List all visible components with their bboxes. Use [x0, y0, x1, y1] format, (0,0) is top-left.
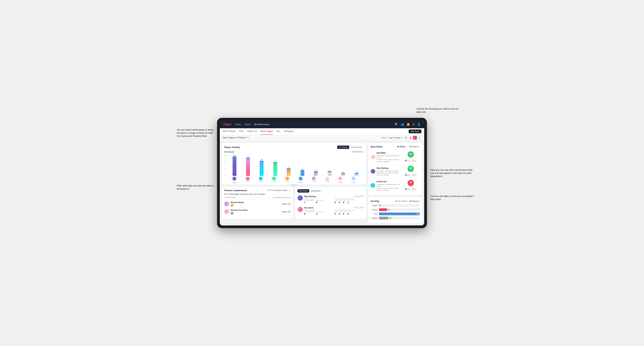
x-player-3: D. Ford — [255, 177, 267, 183]
scoring-filters: Par 3, 4 & 5s All Players — [395, 200, 420, 202]
on-course-toggle[interactable]: On Course — [337, 146, 349, 149]
total-rounds-dropdown[interactable]: Total Rounds — [352, 151, 364, 153]
tablet-frame: clippd Home Teams My Performance 🔍 👥 🔔 ⊕… — [217, 118, 427, 228]
lb-drill-dropdown[interactable]: PUTT Must Make Putting ... — [268, 189, 290, 191]
all-shots-tab[interactable]: All Shots — [397, 146, 405, 148]
lb-avatar-2 — [224, 209, 229, 214]
y-axis: 15 10 5 0 — [224, 154, 228, 176]
most-active-tab[interactable]: Most Active — [298, 189, 309, 192]
practice-drills-toggle[interactable]: Practice Drills — [349, 146, 364, 149]
shot-chevron-1[interactable]: › — [419, 156, 420, 158]
score-bar-pars: Pars 499 — [371, 212, 420, 215]
show-dropdown[interactable]: Last 3 months — [388, 137, 402, 139]
x-player-5: E. Ebert — [281, 177, 294, 183]
bars-container: 13 12 10 — [228, 154, 364, 176]
edit-icon[interactable]: ✏️ — [247, 137, 249, 139]
user-icon[interactable]: 👤 — [417, 123, 421, 126]
tab-tour[interactable]: Tour — [276, 128, 280, 135]
scoring-title: Scoring — [371, 200, 379, 202]
bell-icon[interactable]: 🔔 — [406, 123, 410, 126]
shot-avatar-3 — [371, 183, 375, 188]
annotation-left-bottom: Filter what data you wish the table to b… — [177, 184, 215, 190]
shot-row-3[interactable]: David Ford 24 Aug 2023 · Royal North Dev… — [371, 178, 420, 193]
chart-subheader: On Course Total Rounds — [224, 151, 364, 153]
x-player-1: B. McHarg — [228, 177, 240, 183]
grid-alt-view-icon[interactable]: ▦ — [408, 136, 412, 140]
players-shots-dropdown[interactable]: All Players — [409, 146, 420, 148]
add-team-button[interactable]: Add Team — [408, 130, 422, 133]
lb-row-2: Edward Crossman 2 18/20 107 — [224, 208, 290, 216]
bar-d-ford: 10 — [255, 159, 268, 176]
bottom-row: Practice Leaderboards PUTT Must Make Put… — [222, 187, 366, 219]
scoring-card: Scoring Par 3, 4 & 5s All Players Eagles — [368, 197, 422, 223]
scoring-header: Scoring Par 3, 4 & 5s All Players — [371, 200, 420, 202]
annotation-right-mid: Here you can see who's hit the best shot… — [430, 169, 476, 178]
active-player-2: Rees Britt 02 Sep 2023 Total Rounds — [298, 205, 364, 217]
list-view-icon[interactable]: ≡ — [418, 136, 422, 140]
search-icon[interactable]: 🔍 — [394, 123, 398, 126]
nav-logo: clippd — [223, 123, 231, 126]
score-bar-eagles: Eagles 3 — [371, 204, 420, 207]
shots-filter: All Shots ▾ All Players — [397, 146, 420, 148]
tab-all-players[interactable]: All Players — [284, 128, 294, 135]
lb-badge-1: 1 — [231, 204, 234, 207]
player-activity-header: Player Activity On Course Practice Drill… — [224, 145, 364, 149]
shot-badge-2: 200 SG — [408, 166, 414, 172]
page-wrapper: Choose the timescale you wish to see the… — [217, 118, 427, 228]
chart-section-title: On Course — [224, 151, 234, 153]
people-icon[interactable]: 👥 — [400, 123, 404, 126]
shot-avatar-2 — [371, 169, 375, 173]
x-player-7: R. Butler — [308, 177, 320, 183]
tab-pgat-players[interactable]: PGAT Players — [222, 128, 236, 135]
sub-nav-tabs: PGAT Players PGA Hcaps 1-5 Team Clippd T… — [222, 128, 294, 135]
least-active-tab[interactable]: Least Active — [310, 189, 322, 192]
shot-avatar-1 — [371, 155, 375, 159]
bar-g-billingham: 4 — [296, 168, 309, 176]
score-bars: Eagles 3 Birdies — [371, 204, 420, 219]
plus-circle-icon[interactable]: ⊕ — [412, 123, 415, 126]
score-bar-bogeys: Bogeys 111 — [371, 217, 420, 219]
left-panel: Player Activity On Course Practice Drill… — [220, 141, 368, 226]
most-active-header: Most Active Least Active — [298, 189, 364, 192]
bar-chart: 15 10 5 0 13 — [224, 154, 364, 182]
nav-icons: 🔍 👥 🔔 ⊕ 👤 — [394, 123, 421, 126]
practice-leaderboards-card: Practice Leaderboards PUTT Must Make Put… — [222, 187, 293, 219]
scoring-players-dropdown[interactable]: All Players — [409, 200, 420, 202]
nav-teams[interactable]: Teams — [244, 123, 250, 126]
lb-badge-2: 2 — [231, 212, 234, 215]
bar-e-ebert: 5 — [282, 166, 295, 176]
shot-row-2[interactable]: Blair McHarg 23 Jul 2023 · Aldridge GC, … — [371, 164, 420, 178]
leaderboard-header: Practice Leaderboards PUTT Must Make Put… — [224, 189, 290, 192]
x-player-2: R. Britt — [242, 177, 254, 183]
tab-team-clippd[interactable]: Team Clippd — [260, 128, 273, 135]
activity-toggle-group: On Course Practice Drills — [337, 145, 364, 149]
best-shots-title: Best Shots — [371, 145, 382, 148]
heart-view-icon[interactable]: ♥ — [413, 136, 417, 140]
x-player-8: M. Miller — [321, 177, 334, 183]
team-header: Team Clippd | 14 Players ✏️ Show: Last 3… — [220, 135, 424, 141]
nav-home[interactable]: Home — [235, 123, 241, 126]
active-player-1: Blair McHarg 26 Aug 2023 Total Rounds — [298, 194, 364, 205]
show-label: Show: — [381, 137, 387, 139]
x-player-9: E. Crossman — [334, 177, 346, 183]
nav-links: Home Teams My Performance — [235, 123, 390, 126]
sub-nav: PGAT Players PGA Hcaps 1-5 Team Clippd T… — [220, 128, 424, 135]
tab-hcaps[interactable]: Hcaps 1-5 — [247, 128, 257, 135]
grid-view-icon[interactable]: ⊞ — [404, 136, 408, 140]
x-player-10: L. Robertson — [348, 177, 360, 183]
shot-row-1[interactable]: Matt Miller 09 Jun 2023 · Royal North De… — [371, 150, 420, 164]
player-activity-title: Player Activity — [224, 146, 240, 149]
shot-chevron-3[interactable]: › — [419, 184, 420, 187]
player-activity-card: Player Activity On Course Practice Drill… — [222, 143, 366, 185]
bar-r-britt: 12 — [242, 156, 254, 176]
lb-title: Practice Leaderboards — [224, 189, 247, 192]
annotation-left-top: You can select which player is doing the… — [177, 128, 215, 138]
shot-badge-1: 200 SG — [408, 151, 414, 158]
main-content: Player Activity On Course Practice Drill… — [220, 141, 424, 226]
activity-tabs: Most Active Least Active — [298, 189, 322, 192]
shot-chevron-2[interactable]: › — [419, 170, 420, 173]
par-dropdown[interactable]: Par 3, 4 & 5s — [395, 200, 408, 202]
tab-pga[interactable]: PGA — [239, 128, 244, 135]
most-active-card: Most Active Least Active Blair McHarg — [295, 187, 366, 219]
nav-my-performance[interactable]: My Performance — [254, 123, 269, 126]
